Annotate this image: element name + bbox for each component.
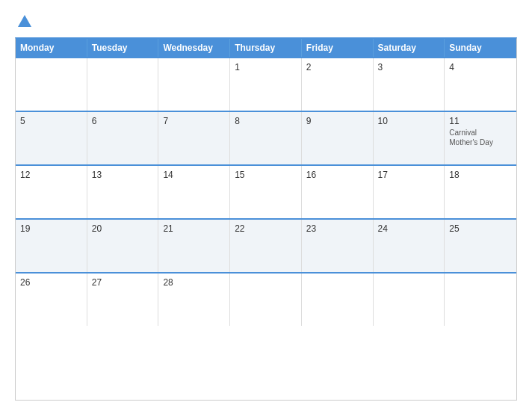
day-number: 14 bbox=[163, 170, 225, 180]
logo bbox=[15, 13, 33, 30]
cal-cell: 26 bbox=[16, 274, 87, 326]
day-number: 4 bbox=[449, 62, 512, 72]
calendar-week-3: 12131415161718 bbox=[16, 164, 516, 218]
day-number: 23 bbox=[306, 223, 368, 234]
cal-cell: 11Carnival Mother's Day bbox=[445, 112, 516, 164]
day-number: 7 bbox=[163, 116, 225, 126]
calendar-header-row: MondayTuesdayWednesdayThursdayFridaySatu… bbox=[16, 39, 516, 57]
cal-cell: 23 bbox=[302, 220, 374, 272]
cal-cell: 19 bbox=[16, 220, 87, 272]
calendar-week-5: 262728 bbox=[16, 272, 516, 326]
cal-cell bbox=[374, 274, 445, 326]
cal-cell: 25 bbox=[445, 220, 516, 272]
cal-cell: 6 bbox=[87, 112, 159, 164]
day-header-wednesday: Wednesday bbox=[158, 39, 230, 57]
page-header bbox=[15, 13, 517, 30]
cal-cell: 24 bbox=[374, 220, 445, 272]
cal-cell bbox=[230, 274, 302, 326]
day-header-thursday: Thursday bbox=[230, 39, 302, 57]
cal-cell: 9 bbox=[302, 112, 374, 164]
cal-cell: 13 bbox=[87, 166, 159, 218]
cal-cell: 18 bbox=[445, 166, 516, 218]
calendar-grid: MondayTuesdayWednesdayThursdayFridaySatu… bbox=[15, 37, 517, 401]
day-header-friday: Friday bbox=[302, 39, 374, 57]
day-number: 28 bbox=[163, 277, 225, 288]
cal-cell: 15 bbox=[230, 166, 302, 218]
cal-cell: 8 bbox=[230, 112, 302, 164]
day-number: 16 bbox=[306, 170, 368, 180]
cal-cell bbox=[302, 274, 374, 326]
logo-icon bbox=[16, 13, 33, 30]
calendar-week-2: 567891011Carnival Mother's Day bbox=[16, 111, 516, 164]
cal-cell: 20 bbox=[87, 220, 159, 272]
day-number: 18 bbox=[449, 170, 512, 180]
day-number: 15 bbox=[235, 170, 297, 180]
day-number: 12 bbox=[20, 170, 82, 180]
cal-cell: 12 bbox=[16, 166, 87, 218]
cal-cell: 22 bbox=[230, 220, 302, 272]
day-number: 1 bbox=[235, 62, 297, 72]
day-number: 8 bbox=[235, 116, 297, 126]
day-number: 25 bbox=[449, 223, 512, 234]
cal-cell: 1 bbox=[230, 58, 302, 111]
cal-cell: 21 bbox=[158, 220, 230, 272]
cal-cell: 4 bbox=[445, 58, 516, 111]
day-number: 5 bbox=[20, 116, 82, 126]
day-number: 13 bbox=[92, 170, 154, 180]
day-number: 9 bbox=[306, 116, 368, 126]
day-number: 22 bbox=[235, 223, 297, 234]
cal-cell: 2 bbox=[302, 58, 374, 111]
cal-cell bbox=[16, 58, 87, 111]
day-header-monday: Monday bbox=[16, 39, 87, 57]
cal-cell: 27 bbox=[87, 274, 159, 326]
cal-cell bbox=[445, 274, 516, 326]
day-header-saturday: Saturday bbox=[374, 39, 445, 57]
day-number: 19 bbox=[20, 223, 82, 234]
cal-cell: 14 bbox=[158, 166, 230, 218]
cal-cell: 10 bbox=[374, 112, 445, 164]
event-list: Carnival Mother's Day bbox=[449, 128, 512, 147]
day-number: 26 bbox=[20, 277, 82, 288]
cal-cell: 5 bbox=[16, 112, 87, 164]
day-number: 24 bbox=[378, 223, 440, 234]
calendar-page: MondayTuesdayWednesdayThursdayFridaySatu… bbox=[0, 0, 532, 411]
calendar-body: 1234567891011Carnival Mother's Day121314… bbox=[16, 57, 516, 326]
cal-cell: 17 bbox=[374, 166, 445, 218]
cal-cell: 28 bbox=[158, 274, 230, 326]
day-number: 2 bbox=[306, 62, 368, 72]
cal-cell: 3 bbox=[374, 58, 445, 111]
day-number: 11 bbox=[449, 116, 512, 126]
cal-cell bbox=[158, 58, 230, 111]
day-number: 17 bbox=[378, 170, 440, 180]
day-number: 10 bbox=[378, 116, 440, 126]
day-number: 6 bbox=[92, 116, 154, 126]
calendar-week-4: 19202122232425 bbox=[16, 218, 516, 272]
day-number: 27 bbox=[92, 277, 154, 288]
day-number: 21 bbox=[163, 223, 225, 234]
day-header-sunday: Sunday bbox=[445, 39, 516, 57]
cal-cell: 7 bbox=[158, 112, 230, 164]
cal-cell bbox=[87, 58, 159, 111]
svg-marker-0 bbox=[18, 15, 31, 27]
day-number: 20 bbox=[92, 223, 154, 234]
calendar-week-1: 1234 bbox=[16, 57, 516, 111]
day-number: 3 bbox=[378, 62, 440, 72]
cal-cell: 16 bbox=[302, 166, 374, 218]
day-header-tuesday: Tuesday bbox=[87, 39, 159, 57]
